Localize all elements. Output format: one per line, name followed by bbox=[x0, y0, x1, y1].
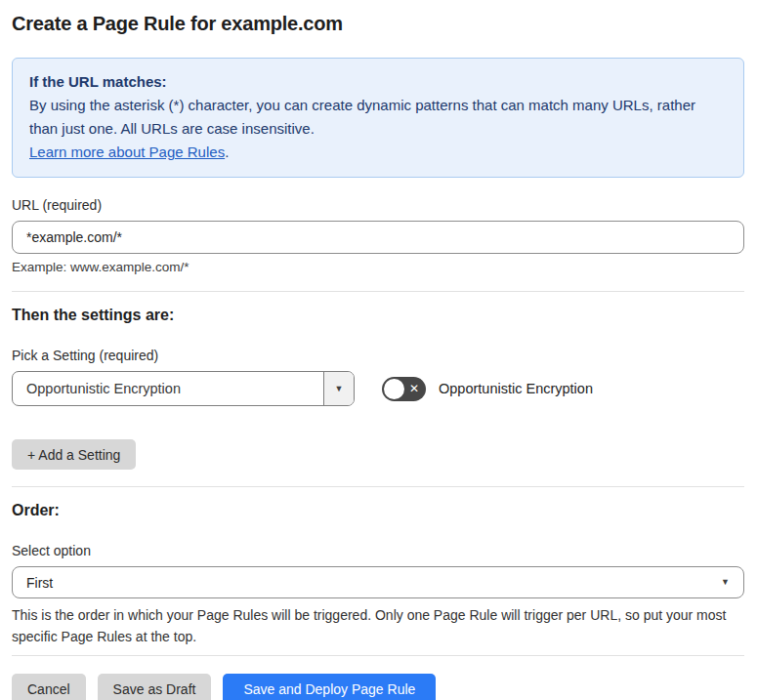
toggle-off-x-icon: ✕ bbox=[409, 383, 419, 394]
info-box-body: By using the asterisk (*) character, you… bbox=[29, 94, 727, 141]
page-title: Create a Page Rule for example.com bbox=[12, 13, 744, 35]
info-box-heading: If the URL matches: bbox=[29, 70, 727, 94]
settings-section-heading: Then the settings are: bbox=[12, 307, 744, 324]
order-select[interactable]: First ▼ bbox=[12, 566, 744, 598]
section-divider bbox=[12, 486, 744, 487]
learn-more-link[interactable]: Learn more about Page Rules bbox=[29, 144, 225, 160]
footer-actions: Cancel Save as Draft Save and Deploy Pag… bbox=[12, 674, 744, 700]
save-deploy-button[interactable]: Save and Deploy Page Rule bbox=[223, 674, 436, 700]
chevron-down-icon: ▼ bbox=[721, 578, 730, 587]
save-draft-button[interactable]: Save as Draft bbox=[98, 674, 212, 700]
setting-row: Opportunistic Encryption ▼ ✕ Opportunist… bbox=[12, 371, 744, 406]
order-help-text: This is the order in which your Page Rul… bbox=[12, 605, 744, 647]
setting-dropdown-arrow-button[interactable]: ▼ bbox=[323, 372, 354, 405]
toggle-knob bbox=[384, 379, 404, 399]
url-field-label: URL (required) bbox=[12, 197, 744, 213]
setting-dropdown-value: Opportunistic Encryption bbox=[13, 372, 323, 405]
url-match-info-box: If the URL matches: By using the asteris… bbox=[12, 58, 744, 178]
url-example-text: Example: www.example.com/* bbox=[12, 260, 744, 274]
footer-divider bbox=[12, 655, 744, 656]
pick-setting-label: Pick a Setting (required) bbox=[12, 348, 744, 363]
order-select-label: Select option bbox=[12, 543, 744, 558]
order-select-value: First bbox=[26, 575, 53, 591]
add-setting-button[interactable]: + Add a Setting bbox=[12, 439, 136, 470]
info-link-line: Learn more about Page Rules. bbox=[29, 141, 727, 164]
order-section-heading: Order: bbox=[12, 502, 744, 519]
create-page-rule-form: Create a Page Rule for example.com If th… bbox=[0, 0, 757, 700]
setting-dropdown[interactable]: Opportunistic Encryption ▼ bbox=[12, 371, 355, 406]
toggle-label: Opportunistic Encryption bbox=[439, 381, 593, 396]
chevron-down-icon: ▼ bbox=[335, 385, 344, 393]
section-divider bbox=[12, 291, 744, 292]
url-input[interactable] bbox=[12, 221, 744, 254]
opportunistic-encryption-toggle[interactable]: ✕ bbox=[382, 377, 426, 401]
info-link-period: . bbox=[225, 144, 229, 160]
cancel-button[interactable]: Cancel bbox=[12, 674, 86, 700]
